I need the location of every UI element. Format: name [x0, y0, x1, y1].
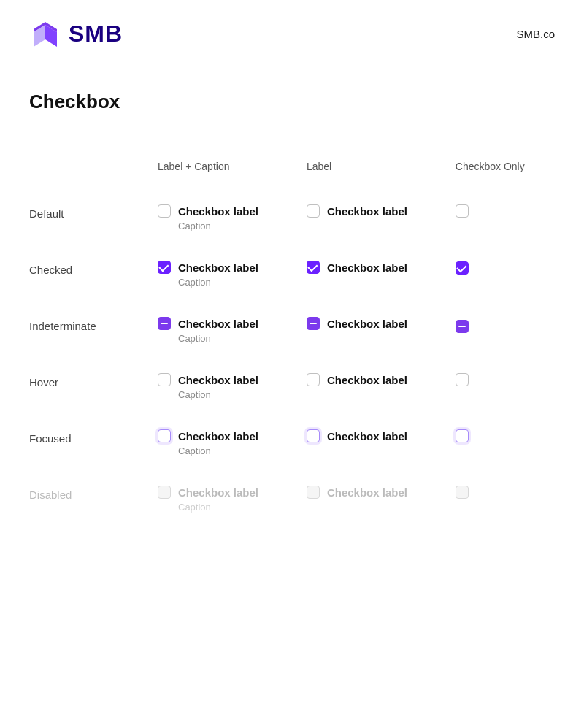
cb-item-focused-label: Checkbox label	[307, 429, 432, 442]
row-label-focused: Focused	[29, 432, 72, 445]
cb-caption-checked-1: Caption	[178, 277, 283, 288]
cb-item-disabled-label: Checkbox label	[307, 486, 432, 499]
cb-label-focused-2: Checkbox label	[327, 430, 407, 442]
checkbox-hover-2[interactable]	[307, 373, 320, 386]
cb-label-disabled-1: Checkbox label	[178, 486, 258, 499]
section-divider	[29, 131, 555, 131]
row-focused: Focused Checkbox label Caption	[29, 415, 555, 471]
checkbox-default-2[interactable]	[307, 204, 320, 218]
cb-item-checked-label: Checkbox label	[307, 261, 432, 274]
row-label-hover: Hover	[29, 376, 58, 388]
row-checked: Checked Checkbox label Caption	[29, 246, 555, 302]
row-indeterminate: Indeterminate Checkbox label Caption	[29, 302, 555, 359]
cb-label-hover-2: Checkbox label	[327, 374, 407, 386]
row-label-checked: Checked	[29, 264, 72, 276]
row-disabled: Disabled Checkbox label Caption	[29, 471, 555, 527]
checkbox-default-1[interactable]	[158, 204, 171, 218]
cb-item-default-label: Checkbox label	[307, 204, 432, 218]
checkbox-indeterminate-1[interactable]	[158, 317, 171, 330]
checkbox-hover-3[interactable]	[456, 373, 469, 386]
col-header-state	[29, 155, 146, 190]
cb-label-default-1: Checkbox label	[178, 205, 258, 218]
checkbox-indeterminate-3[interactable]	[456, 320, 469, 333]
checkbox-disabled-3	[456, 486, 469, 499]
cb-label-checked-2: Checkbox label	[327, 261, 407, 274]
nav-link[interactable]: SMB.co	[516, 28, 555, 40]
cb-item-default-label-caption: Checkbox label Caption	[158, 204, 283, 231]
checkbox-disabled-1	[158, 486, 171, 499]
checkbox-focused-3[interactable]	[456, 429, 469, 442]
page-content: Checkbox Label + Caption Label Checkbox …	[0, 67, 584, 551]
logo-icon	[29, 18, 61, 50]
checkbox-default-3[interactable]	[456, 204, 469, 218]
checkbox-hover-1[interactable]	[158, 373, 171, 386]
checkbox-indeterminate-2[interactable]	[307, 317, 320, 330]
page-title: Checkbox	[29, 91, 555, 113]
row-hover: Hover Checkbox label Caption Ch	[29, 359, 555, 415]
cb-label-disabled-2: Checkbox label	[327, 486, 407, 499]
cb-label-indeterminate-1: Checkbox label	[178, 318, 258, 330]
checkbox-focused-2[interactable]	[307, 429, 320, 442]
row-default: Default Checkbox label Caption	[29, 190, 555, 246]
cb-item-indeterminate-label-caption: Checkbox label Caption	[158, 317, 283, 344]
checkbox-checked-3[interactable]	[456, 261, 469, 275]
cb-label-checked-1: Checkbox label	[178, 261, 258, 274]
cb-item-disabled-label-caption: Checkbox label Caption	[158, 486, 283, 513]
cb-label-hover-1: Checkbox label	[178, 374, 258, 386]
cb-caption-default-1: Caption	[178, 221, 283, 231]
cb-label-focused-1: Checkbox label	[178, 430, 258, 442]
cb-caption-disabled-1: Caption	[178, 502, 283, 513]
logo-text: SMB	[69, 20, 123, 47]
row-label-default: Default	[29, 207, 64, 220]
cb-item-indeterminate-label: Checkbox label	[307, 317, 432, 330]
cb-label-default-2: Checkbox label	[327, 205, 407, 218]
checkbox-table: Label + Caption Label Checkbox Only Defa…	[29, 155, 555, 527]
checkbox-checked-1[interactable]	[158, 261, 171, 274]
col-header-checkbox-only: Checkbox Only	[444, 155, 555, 190]
checkbox-checked-2[interactable]	[307, 261, 320, 274]
cb-label-indeterminate-2: Checkbox label	[327, 318, 407, 330]
checkbox-disabled-2	[307, 486, 320, 499]
header: SMB SMB.co	[0, 0, 584, 67]
row-label-indeterminate: Indeterminate	[29, 320, 96, 332]
cb-item-hover-label-caption: Checkbox label Caption	[158, 373, 283, 400]
logo-area: SMB	[29, 18, 123, 50]
col-header-label-caption: Label + Caption	[146, 155, 295, 190]
cb-item-hover-label: Checkbox label	[307, 373, 432, 386]
cb-item-focused-label-caption: Checkbox label Caption	[158, 429, 283, 456]
cb-caption-hover-1: Caption	[178, 389, 283, 400]
cb-item-checked-label-caption: Checkbox label Caption	[158, 261, 283, 288]
cb-caption-indeterminate-1: Caption	[178, 333, 283, 344]
cb-caption-focused-1: Caption	[178, 445, 283, 456]
row-label-disabled: Disabled	[29, 488, 72, 501]
checkbox-focused-1[interactable]	[158, 429, 171, 442]
col-header-label: Label	[295, 155, 444, 190]
